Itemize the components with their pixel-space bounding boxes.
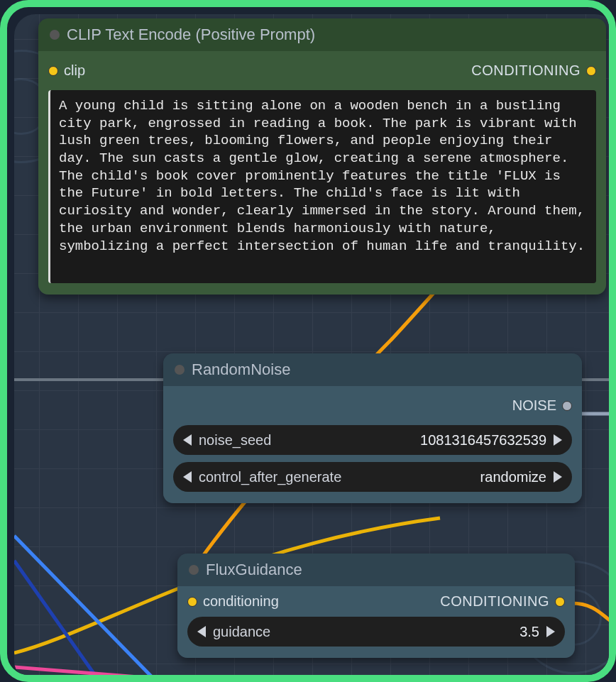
increment-icon[interactable] — [546, 626, 555, 637]
control-after-generate-param[interactable]: control_after_generate randomize — [173, 462, 572, 492]
collapse-dot-icon[interactable] — [50, 30, 60, 40]
increment-icon[interactable] — [554, 471, 562, 483]
node-title: RandomNoise — [192, 361, 290, 379]
node-canvas[interactable]: CLIP Text Encode (Positive Prompt) clip … — [14, 14, 616, 682]
collapse-dot-icon[interactable] — [189, 565, 199, 575]
clip-input-port[interactable]: clip — [48, 62, 85, 79]
param-value[interactable]: randomize — [480, 469, 546, 485]
output-label: CONDITIONING — [471, 62, 581, 79]
port-dot-icon[interactable] — [586, 66, 596, 76]
increment-icon[interactable] — [554, 434, 562, 446]
param-label: guidance — [213, 624, 270, 640]
noise-seed-param[interactable]: noise_seed 1081316457632539 — [173, 425, 572, 455]
outer-frame: CLIP Text Encode (Positive Prompt) clip … — [0, 0, 616, 682]
node-title: CLIP Text Encode (Positive Prompt) — [67, 26, 315, 44]
port-dot-icon[interactable] — [187, 597, 197, 607]
output-label: NOISE — [512, 397, 556, 414]
decrement-icon[interactable] — [197, 626, 206, 637]
node-header[interactable]: CLIP Text Encode (Positive Prompt) — [38, 18, 606, 51]
prompt-textarea[interactable]: A young child is sitting alone on a wood… — [48, 90, 596, 283]
guidance-param[interactable]: guidance 3.5 — [187, 617, 565, 647]
port-dot-icon[interactable] — [555, 597, 565, 607]
prompt-text[interactable]: A young child is sitting alone on a wood… — [59, 97, 588, 255]
node-header[interactable]: RandomNoise — [163, 353, 582, 386]
port-dot-icon[interactable] — [48, 66, 58, 76]
noise-output-port[interactable]: NOISE — [173, 393, 572, 418]
flux-guidance-node[interactable]: FluxGuidance conditioning CONDITIONING — [177, 554, 575, 658]
io-row: conditioning CONDITIONING — [187, 593, 565, 610]
collapse-dot-icon[interactable] — [175, 365, 185, 375]
node-body: conditioning CONDITIONING guidance 3.5 — [177, 586, 575, 658]
io-row: clip CONDITIONING — [48, 58, 596, 86]
param-label: noise_seed — [199, 432, 271, 449]
decrement-icon[interactable] — [183, 471, 192, 483]
param-label: control_after_generate — [199, 469, 341, 485]
node-header[interactable]: FluxGuidance — [177, 554, 575, 586]
input-label: conditioning — [203, 593, 279, 610]
conditioning-output-port[interactable]: CONDITIONING — [440, 593, 565, 610]
output-label: CONDITIONING — [440, 593, 549, 610]
node-body: NOISE noise_seed 1081316457632539 — [163, 386, 582, 503]
param-value[interactable]: 1081316457632539 — [420, 432, 546, 449]
clip-text-encode-node[interactable]: CLIP Text Encode (Positive Prompt) clip … — [38, 18, 606, 295]
port-dot-icon[interactable] — [562, 401, 572, 411]
decrement-icon[interactable] — [183, 434, 192, 446]
conditioning-input-port[interactable]: conditioning — [187, 593, 279, 610]
conditioning-output-port[interactable]: CONDITIONING — [471, 62, 596, 79]
input-label: clip — [64, 62, 85, 79]
param-value[interactable]: 3.5 — [519, 624, 539, 640]
node-body: clip CONDITIONING A young child is sitti… — [38, 51, 606, 295]
random-noise-node[interactable]: RandomNoise NOISE noise_seed 10813164576… — [163, 353, 582, 503]
node-title: FluxGuidance — [206, 561, 302, 579]
